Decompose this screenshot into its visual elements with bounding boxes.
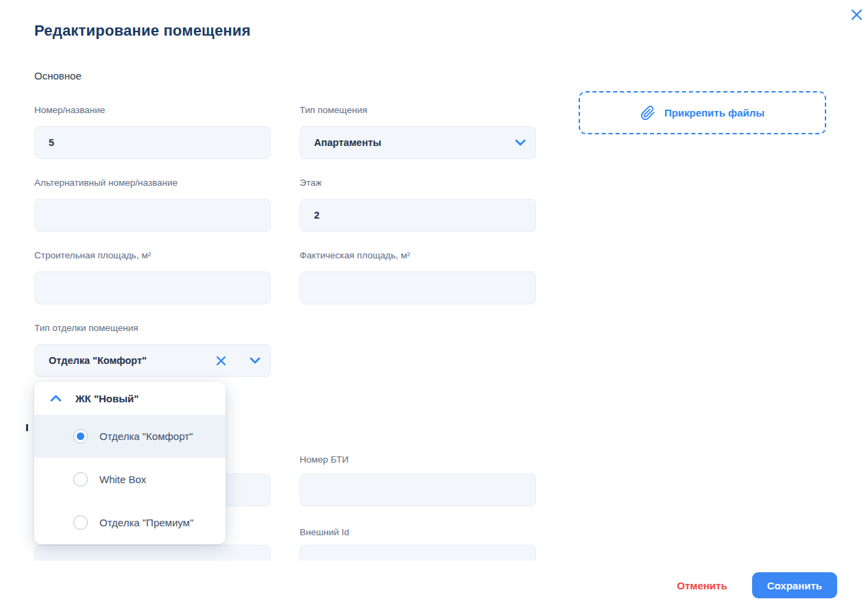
dropdown-group-header[interactable]: ЖК "Новый" xyxy=(34,382,226,415)
chevron-down-icon[interactable] xyxy=(245,345,265,376)
obscured-text-fragment xyxy=(26,424,28,431)
section-title-main: Основное xyxy=(34,70,82,82)
paperclip-icon xyxy=(640,106,655,121)
floor-field-label: Этаж xyxy=(300,178,322,188)
dropdown-option-comfort[interactable]: Отделка "Комфорт" xyxy=(34,415,226,458)
number-input[interactable] xyxy=(35,127,270,158)
dropdown-option-label: Отделка "Комфорт" xyxy=(99,430,193,442)
floor-field xyxy=(300,199,536,232)
attach-files-button[interactable]: Прикрепить файлы xyxy=(579,91,826,134)
page-title: Редактирование помещения xyxy=(34,22,251,40)
room-type-value[interactable] xyxy=(300,127,535,158)
finish-type-combobox[interactable] xyxy=(34,344,271,377)
close-icon[interactable] xyxy=(846,4,867,25)
clear-selection-icon[interactable] xyxy=(211,345,230,376)
dropdown-group-label: ЖК "Новый" xyxy=(75,393,138,404)
build-area-input[interactable] xyxy=(35,272,270,304)
floor-input[interactable] xyxy=(300,199,535,231)
finish-type-field-label: Тип отделки помещения xyxy=(34,323,138,333)
dialog-footer: Отменить Сохранить xyxy=(677,572,837,598)
finish-type-dropdown-panel: ЖК "Новый" Отделка "Комфорт" White Box О… xyxy=(34,382,226,544)
actual-area-input[interactable] xyxy=(300,272,535,304)
bti-number-field-label: Номер БТИ xyxy=(300,454,349,465)
number-field xyxy=(34,126,271,159)
external-id-field-label: Внешний Id xyxy=(300,527,349,537)
cancel-button[interactable]: Отменить xyxy=(677,580,727,591)
bti-number-input[interactable] xyxy=(300,474,535,506)
room-type-select[interactable] xyxy=(300,126,536,159)
alt-number-input[interactable] xyxy=(35,199,270,231)
chevron-down-icon[interactable] xyxy=(511,127,530,158)
radio-selected-icon[interactable] xyxy=(73,429,88,443)
number-field-label: Номер/название xyxy=(34,105,105,115)
radio-unselected-icon[interactable] xyxy=(73,472,88,487)
build-area-field-label: Строительная площадь, м² xyxy=(34,250,151,260)
finish-type-value[interactable] xyxy=(35,345,270,376)
dropdown-option-label: Отделка "Премиум" xyxy=(99,517,193,528)
edit-room-dialog: Редактирование помещения Основное Номер/… xyxy=(0,0,868,612)
chevron-up-icon[interactable] xyxy=(50,395,62,402)
obscured-input[interactable] xyxy=(35,546,270,561)
dropdown-option-white-box[interactable]: White Box xyxy=(34,458,226,501)
radio-unselected-icon[interactable] xyxy=(73,515,88,530)
alt-number-field xyxy=(34,199,271,232)
external-id-input[interactable] xyxy=(300,546,535,561)
external-id-field xyxy=(300,545,536,561)
actual-area-field xyxy=(300,271,536,304)
build-area-field xyxy=(34,271,271,304)
dropdown-option-premium[interactable]: Отделка "Премиум" xyxy=(34,501,226,544)
room-type-field-label: Тип помещения xyxy=(300,105,367,115)
bti-number-field xyxy=(300,474,536,506)
save-button[interactable]: Сохранить xyxy=(752,572,837,598)
attach-files-label: Прикрепить файлы xyxy=(664,107,764,119)
alt-number-field-label: Альтернативный номер/название xyxy=(34,178,178,188)
actual-area-field-label: Фактическая площадь, м² xyxy=(300,250,410,260)
dialog-scroll-area: Редактирование помещения Основное Номер/… xyxy=(0,0,868,561)
dropdown-option-label: White Box xyxy=(99,474,146,485)
obscured-field xyxy=(34,545,271,561)
